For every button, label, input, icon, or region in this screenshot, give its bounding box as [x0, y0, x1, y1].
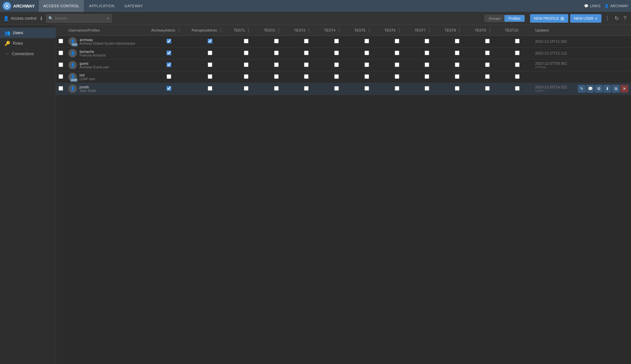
test8-checkbox[interactable] — [455, 86, 459, 91]
test2-checkbox[interactable] — [274, 86, 279, 91]
col-test4-more[interactable]: ⋮ — [337, 28, 341, 33]
help-icon-btn[interactable]: ℹ — [39, 15, 43, 22]
test7-checkbox[interactable] — [425, 74, 429, 79]
refresh-btn[interactable]: ↻ — [613, 14, 620, 22]
col-test3-more[interactable]: ⋮ — [307, 28, 311, 33]
test6-checkbox[interactable] — [395, 51, 399, 55]
test5-checkbox[interactable] — [364, 51, 369, 55]
test8-checkbox[interactable] — [455, 39, 459, 43]
test6-checkbox[interactable] — [395, 39, 399, 43]
test7-checkbox[interactable] — [425, 39, 429, 43]
test4-checkbox[interactable] — [334, 86, 339, 91]
groups-toggle[interactable]: Groups — [485, 15, 504, 22]
test10-checkbox[interactable] — [515, 62, 520, 67]
test1-checkbox[interactable] — [244, 74, 248, 79]
sidebar-item-roles[interactable]: 🔑 Roles — [0, 38, 56, 49]
col-test7-more[interactable]: ⋮ — [427, 28, 432, 33]
test1-checkbox[interactable] — [244, 51, 248, 55]
panoptes-admin-checkbox[interactable] — [208, 74, 212, 79]
test9-checkbox[interactable] — [485, 74, 490, 79]
test4-checkbox[interactable] — [334, 39, 339, 43]
test10-checkbox[interactable] — [515, 51, 520, 55]
col-test9-more[interactable]: ⋮ — [487, 28, 492, 33]
test7-checkbox[interactable] — [425, 51, 429, 55]
test2-checkbox[interactable] — [274, 74, 279, 79]
col-test1-more[interactable]: ⋮ — [246, 28, 251, 33]
test3-checkbox[interactable] — [304, 62, 309, 67]
nav-access-control[interactable]: ACCESS CONTROL — [39, 0, 84, 12]
download-btn[interactable]: ⬇ — [603, 85, 611, 93]
archway-admin-checkbox[interactable] — [167, 62, 171, 67]
sidebar-item-connections[interactable]: → Connections — [0, 49, 56, 59]
test5-checkbox[interactable] — [364, 62, 369, 67]
test8-checkbox[interactable] — [455, 51, 459, 55]
col-test2-more[interactable]: ⋮ — [276, 28, 281, 33]
row-select-checkbox[interactable] — [58, 39, 63, 43]
panoptes-admin-checkbox[interactable] — [208, 51, 212, 55]
test10-checkbox[interactable] — [515, 86, 520, 91]
archway-admin-checkbox[interactable] — [167, 39, 171, 43]
user-menu-btn[interactable]: 👤 ARCHWAY — [604, 4, 628, 8]
row-select-checkbox[interactable] — [58, 51, 63, 55]
test4-checkbox[interactable] — [334, 74, 339, 79]
test3-checkbox[interactable] — [304, 51, 309, 55]
test4-checkbox[interactable] — [334, 51, 339, 55]
test6-checkbox[interactable] — [395, 74, 399, 79]
test9-checkbox[interactable] — [485, 86, 490, 91]
test9-checkbox[interactable] — [485, 39, 490, 43]
col-archway-more[interactable]: ⋮ — [177, 28, 181, 33]
test5-checkbox[interactable] — [364, 86, 369, 91]
test6-checkbox[interactable] — [395, 86, 399, 91]
search-input[interactable] — [55, 16, 105, 21]
panoptes-admin-checkbox[interactable] — [208, 62, 212, 67]
help-btn[interactable]: ? — [622, 15, 628, 22]
panoptes-admin-checkbox[interactable] — [208, 86, 212, 91]
nav-gateway[interactable]: GATEWAY — [120, 0, 148, 12]
test1-checkbox[interactable] — [244, 62, 248, 67]
test1-checkbox[interactable] — [244, 86, 248, 91]
test3-checkbox[interactable] — [304, 74, 309, 79]
archway-admin-checkbox[interactable] — [167, 51, 171, 55]
profiles-toggle[interactable]: Profiles — [504, 15, 525, 22]
test3-checkbox[interactable] — [304, 39, 309, 43]
search-clear-btn[interactable]: × — [107, 16, 109, 21]
links-btn[interactable]: 💬 LINKS — [584, 4, 600, 8]
archway-admin-checkbox[interactable] — [167, 86, 171, 91]
row-select-checkbox[interactable] — [58, 62, 63, 67]
panoptes-admin-checkbox[interactable] — [208, 39, 212, 43]
new-profile-button[interactable]: NEW PROFILE ⊞ — [530, 14, 568, 23]
col-test8-more[interactable]: ⋮ — [457, 28, 462, 33]
col-test5-more[interactable]: ⋮ — [367, 28, 371, 33]
test7-checkbox[interactable] — [425, 62, 429, 67]
row-select-checkbox[interactable] — [58, 74, 63, 79]
test2-checkbox[interactable] — [274, 39, 279, 43]
test8-checkbox[interactable] — [455, 74, 459, 79]
test1-checkbox[interactable] — [244, 39, 248, 43]
app-logo[interactable]: ARCHWAY — [3, 2, 35, 10]
row-select-checkbox[interactable] — [58, 86, 63, 91]
archway-admin-checkbox[interactable] — [167, 74, 171, 79]
col-panoptes-more[interactable]: ⋮ — [219, 28, 223, 33]
nav-application[interactable]: APPLICATION — [84, 0, 119, 12]
more-options-btn[interactable]: ⋮ — [603, 14, 611, 22]
new-user-button[interactable]: NEW USER + — [570, 14, 601, 23]
test4-checkbox[interactable] — [334, 62, 339, 67]
test6-checkbox[interactable] — [395, 62, 399, 67]
sidebar-item-users[interactable]: 👥 Users — [0, 28, 56, 38]
test5-checkbox[interactable] — [364, 74, 369, 79]
test9-checkbox[interactable] — [485, 51, 490, 55]
test10-checkbox[interactable] — [515, 39, 520, 43]
test9-checkbox[interactable] — [485, 62, 490, 67]
test7-checkbox[interactable] — [425, 86, 429, 91]
test2-checkbox[interactable] — [274, 51, 279, 55]
test8-checkbox[interactable] — [455, 62, 459, 67]
col-test6-more[interactable]: ⋮ — [397, 28, 402, 33]
comment-btn[interactable]: 💬 — [586, 85, 594, 93]
test2-checkbox[interactable] — [274, 62, 279, 67]
test10-checkbox[interactable] — [515, 74, 520, 79]
edit-btn[interactable]: ✎ — [578, 85, 586, 93]
test3-checkbox[interactable] — [304, 86, 309, 91]
settings-btn[interactable]: ⚙ — [595, 85, 603, 93]
close-row-btn[interactable]: ✕ — [620, 85, 628, 93]
test5-checkbox[interactable] — [364, 39, 369, 43]
